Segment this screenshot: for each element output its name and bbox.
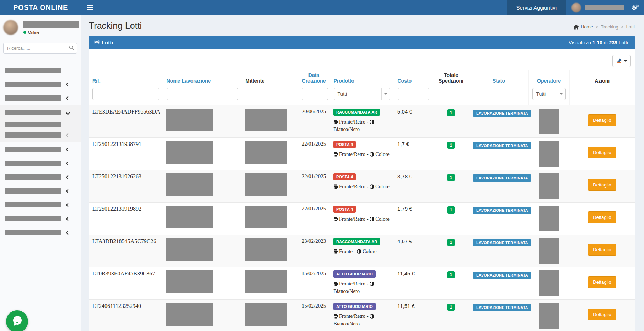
spedizioni-count-badge: 1: [447, 109, 455, 116]
breadcrumb-tracking-link[interactable]: Tracking: [601, 24, 618, 30]
panel-title-label: Lotti: [102, 40, 113, 46]
filter-select-operatore[interactable]: Tutti: [532, 88, 566, 100]
lotti-table: Rif.Nome LavorazioneMittenteData Creazio…: [89, 70, 635, 331]
sidebar-item-13[interactable]: [0, 226, 81, 240]
brand-logo[interactable]: POSTA ONLINE: [0, 0, 81, 15]
cell-prodotto: RACCOMANDATA ARFronte - Colore: [330, 235, 394, 267]
database-icon: [94, 40, 100, 46]
user-menu[interactable]: [566, 0, 630, 15]
cell-totale-spedizioni: 1: [433, 203, 469, 235]
result-summary: Visualizzo 1-10 di 239 Lotti.: [569, 40, 629, 46]
sidebar-item-8[interactable]: [0, 156, 81, 170]
contrast-icon: [370, 282, 374, 286]
table-toolbar: [89, 53, 635, 70]
sidebar-item-9[interactable]: [0, 170, 81, 184]
column-header-label-stato[interactable]: Stato: [493, 78, 505, 84]
column-header-label-operatore[interactable]: Operatore: [537, 78, 561, 84]
column-header-label-prodotto[interactable]: Prodotto: [334, 78, 354, 84]
menu-label-redacted: [5, 230, 61, 235]
print-mode-label: Fronte/Retro -: [339, 151, 369, 157]
column-header-costo: Costo: [394, 70, 433, 86]
sidebar-item-1[interactable]: [0, 63, 81, 77]
filter-input-nome-lavorazione[interactable]: [167, 88, 238, 100]
table-row: LT25012213192626322/01/2025POSTA 4Fronte…: [89, 170, 635, 203]
print-mode-label: Fronte/Retro -: [339, 216, 369, 222]
sidebar-item-2[interactable]: [0, 77, 81, 91]
table-filter-row: TuttiTutti: [89, 86, 635, 105]
cell-mittente: [242, 105, 298, 138]
dettaglio-button[interactable]: Dettaglio: [588, 244, 616, 256]
column-header-label-rif[interactable]: Rif.: [92, 78, 101, 84]
filter-select-prodotto[interactable]: Tutti: [334, 88, 390, 100]
menu-label-redacted: [5, 188, 61, 194]
menu-label-redacted: [5, 174, 61, 180]
top-navbar: POSTA ONLINE Servizi Aggiuntivi: [0, 0, 644, 15]
sidebar-item-4[interactable]: [0, 106, 81, 120]
column-header-label-data-creazione[interactable]: Data Creazione: [302, 72, 326, 84]
chevron-left-icon: [66, 133, 70, 137]
column-header-label-nome-lavorazione[interactable]: Nome Lavorazione: [167, 78, 211, 84]
sidebar-item-7[interactable]: [0, 142, 81, 156]
search-input[interactable]: [3, 43, 77, 54]
color-mode-label: Colore: [375, 216, 389, 222]
caret-down-icon: [384, 93, 387, 95]
mittente-redacted: [245, 303, 287, 326]
chevron-left-icon: [66, 82, 70, 86]
column-header-data-creazione: Data Creazione: [298, 70, 330, 86]
cell-rif: LT250122131919892: [89, 203, 163, 235]
dettaglio-button[interactable]: Dettaglio: [588, 147, 616, 158]
dettaglio-button[interactable]: Dettaglio: [588, 276, 616, 288]
sidebar-item-11[interactable]: [0, 198, 81, 212]
chat-widget-button[interactable]: [6, 310, 28, 331]
sidebar-toggle-button[interactable]: [81, 0, 99, 15]
operatore-redacted: [539, 141, 559, 167]
summary-range: 1-10: [592, 40, 602, 46]
dettaglio-button[interactable]: Dettaglio: [588, 211, 616, 223]
cell-mittente: [242, 267, 298, 300]
operatore-redacted: [539, 270, 559, 296]
servizi-aggiuntivi-menu[interactable]: Servizi Aggiuntivi: [507, 0, 566, 15]
table-row: LTA3DB218545A5C79C2623/02/2023RACCOMANDA…: [89, 235, 635, 267]
cell-data-creazione: 22/01/2025: [298, 138, 330, 170]
sidebar-item-10[interactable]: [0, 184, 81, 198]
cell-totale-spedizioni: 1: [433, 267, 469, 300]
cell-azioni: Dettaglio: [569, 267, 635, 300]
product-print-info: Fronte - Colore: [333, 248, 390, 255]
filter-input-data-creazione[interactable]: [302, 88, 328, 100]
cell-nome-lavorazione: [163, 235, 242, 267]
dettaglio-button[interactable]: Dettaglio: [588, 114, 616, 126]
cell-prodotto: POSTA 4Fronte/Retro - Colore: [330, 170, 394, 203]
search-button[interactable]: [69, 45, 74, 52]
sidebar-subitem-5[interactable]: [0, 120, 81, 130]
lotti-panel: Lotti Visualizzo 1-10 di 239 Lotti.: [89, 36, 635, 331]
contrast-icon: [357, 249, 361, 254]
cell-data-creazione: 23/02/2023: [298, 235, 330, 267]
settings-button[interactable]: [630, 0, 644, 15]
dettaglio-button[interactable]: Dettaglio: [588, 179, 616, 191]
dettaglio-button[interactable]: Dettaglio: [588, 309, 616, 320]
sidebar-item-12[interactable]: [0, 212, 81, 226]
cell-stato: LAVORAZIONE TERMINATA: [469, 300, 528, 331]
filter-cell-nome-lavorazione: [163, 86, 242, 105]
breadcrumb-home-link[interactable]: Home: [574, 24, 593, 30]
sidebar-subitem-6[interactable]: [0, 130, 81, 140]
cell-costo: 1,7 €: [394, 138, 433, 170]
menu-label-redacted: [5, 161, 61, 166]
cell-mittente: [242, 138, 298, 170]
printer-icon: [333, 152, 338, 157]
cell-azioni: Dettaglio: [569, 170, 635, 203]
cell-mittente: [242, 300, 298, 331]
page-title: Tracking Lotti: [89, 21, 142, 31]
mittente-redacted: [245, 206, 287, 228]
export-button[interactable]: [612, 55, 631, 67]
product-print-info: Fronte/Retro - Bianco/Nero: [333, 118, 390, 133]
cell-nome-lavorazione: [163, 267, 242, 300]
filter-select-value: Tutti: [533, 88, 557, 100]
sidebar-item-3[interactable]: [0, 91, 81, 105]
cell-costo: 11,51 €: [394, 300, 433, 331]
sidebar-search: [3, 43, 77, 54]
filter-input-rif[interactable]: [92, 88, 159, 100]
chevron-left-icon: [66, 217, 70, 221]
filter-input-costo[interactable]: [398, 88, 429, 100]
column-header-label-costo[interactable]: Costo: [398, 78, 412, 84]
